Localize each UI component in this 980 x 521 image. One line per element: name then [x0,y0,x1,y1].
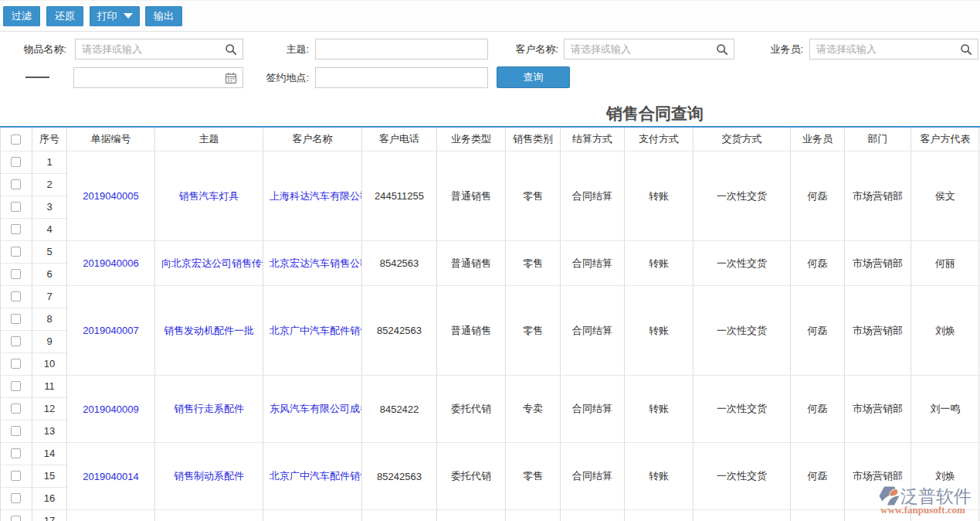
row-checkbox[interactable] [11,202,21,212]
customer-name-input[interactable] [565,39,734,59]
cell-text: 市场营销部 [853,402,903,416]
row-checkbox[interactable] [11,314,21,324]
restore-button[interactable]: 还原 [46,6,83,26]
subject-label: 主题: [232,39,309,60]
date-field [73,67,243,88]
row-checkbox[interactable] [11,381,21,391]
cell-delivery: 一次性交货 [693,286,790,375]
cell-subject[interactable]: 销售行走系配件 [155,376,263,442]
cell-dept: 市场营销部 [845,286,910,375]
cell-text: 普通销售 [451,257,491,271]
row-checkbox[interactable] [11,426,21,436]
item-name-field [75,39,243,60]
cell-text: 北京宏达汽车销售公司 [270,257,361,271]
item-name-input[interactable] [76,39,242,59]
cell-customer[interactable] [263,510,361,521]
item-name-label: 物品名称: [0,39,66,60]
row-checkbox[interactable] [11,448,21,458]
cell-text: 上海科达汽车有限公司 [270,189,361,203]
row-checkbox[interactable] [11,247,21,257]
cell-phone [362,510,436,521]
filter-button[interactable]: 过滤 [3,6,40,26]
select-all-checkbox[interactable] [11,135,21,145]
cell-text: 转账 [649,469,669,483]
cell-doc-no[interactable]: 2019040009 [67,376,154,442]
page-title: 销售合同查询 [606,103,704,124]
search-icon[interactable] [960,43,972,56]
row-checkbox[interactable] [11,493,21,503]
subject-input[interactable] [316,39,487,59]
cell-subject[interactable]: 销售制动系配件 [155,443,263,509]
cell-dept: 市场营销部 [845,376,910,442]
export-button[interactable]: 输出 [145,6,182,26]
cell-customer[interactable]: 北京广中汽车配件销售公司 [263,286,361,375]
cell-sale-type: 零售 [506,152,560,240]
cell-delivery: 一次性交货 [693,152,790,240]
row-number: 5 [32,240,66,263]
cell-pay [625,510,693,521]
cell-subject[interactable]: 销售发动机配件一批 [155,286,263,375]
cell-customer[interactable]: 上海科达汽车有限公司 [263,152,361,240]
cell-text: 销售行走系配件 [174,402,244,416]
row-number: 17 [32,509,66,521]
cell-text: 北京广中汽车配件销售公司 [270,324,361,338]
column-header: 销售类别 [506,128,560,151]
cell-customer[interactable]: 东风汽车有限公司成都分公司 [263,376,361,442]
row-checkbox[interactable] [11,516,21,521]
toolbar: 过滤 还原 打印 输出 [0,0,980,32]
cell-subject[interactable] [155,510,263,521]
cell-phone: 8452422 [362,376,436,442]
date-input[interactable] [74,68,242,87]
query-button[interactable]: 查询 [497,66,570,88]
cell-text: 零售 [523,189,543,203]
cell-text: 2019040007 [83,325,138,336]
row-checkbox[interactable] [11,179,21,189]
cell-biz-type [437,510,505,521]
cell-text: 8452422 [380,404,419,415]
cell-doc-no[interactable]: 2019040005 [67,152,154,240]
row-number: 16 [32,487,66,509]
row-checkbox[interactable] [11,291,21,301]
cell-subject[interactable]: 向北京宏达公司销售传动装置 [155,241,263,285]
row-number: 13 [32,420,66,442]
print-button[interactable]: 打印 [90,6,140,26]
row-checkbox[interactable] [11,224,21,234]
cell-doc-no[interactable]: 2019040006 [67,241,154,285]
cell-pay: 转账 [625,152,693,240]
cell-doc-no[interactable] [67,510,154,521]
salesman-input[interactable] [810,39,978,59]
row-checkbox[interactable] [11,404,21,414]
cell-text: 2019040006 [83,257,138,269]
cell-settle: 合同结算 [561,152,624,240]
cell-text: 刘焕 [935,324,955,338]
sign-place-input[interactable] [316,68,487,87]
cell-subject[interactable]: 销售汽车灯具 [155,152,263,240]
print-button-label: 打印 [97,10,117,22]
cell-phone: 85242563 [362,443,436,509]
cell-customer[interactable]: 北京宏达汽车销售公司 [263,241,361,285]
cell-text: 2019040005 [83,190,138,202]
cell-text: 8542563 [380,257,419,269]
row-checkbox[interactable] [11,269,21,279]
fanpu-logo-icon [879,486,900,506]
cell-rep: 何丽 [911,241,979,285]
row-checkbox[interactable] [11,359,21,369]
cell-sale-type: 零售 [506,241,560,285]
cell-biz-type: 普通销售 [437,286,505,375]
customer-name-label: 客户名称: [479,39,558,60]
row-checkbox[interactable] [11,157,21,167]
cell-phone: 85242563 [362,286,436,375]
cell-biz-type: 普通销售 [437,241,505,285]
row-checkbox[interactable] [11,336,21,346]
cell-text: 一次性交货 [717,257,767,271]
cell-customer[interactable]: 北京广中汽车配件销售公司 [263,443,361,509]
cell-doc-no[interactable]: 2019040007 [67,286,154,375]
cell-text: 转账 [649,257,669,271]
cell-text: 东风汽车有限公司成都分公司 [270,402,361,416]
cell-pay: 转账 [625,443,693,509]
row-checkbox[interactable] [11,471,21,481]
sign-place-field [315,67,488,88]
row-number: 11 [32,375,66,397]
cell-doc-no[interactable]: 2019040014 [67,443,154,509]
cell-text: 转账 [649,324,669,338]
